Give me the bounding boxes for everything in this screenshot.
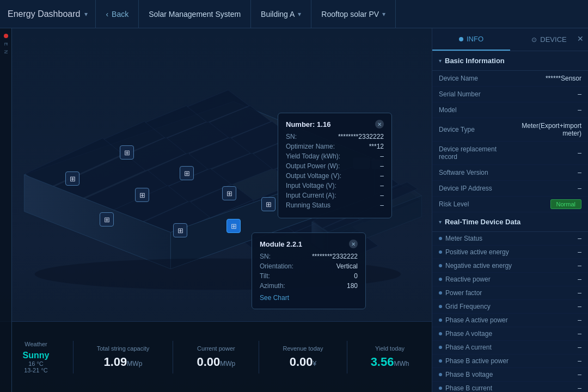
- rt-label: Phase B voltage: [439, 371, 578, 378]
- right-panel: INFO ⊙ DEVICE ✕ ▾ Basic Information Devi…: [432, 28, 588, 392]
- risk-level-badge: Normal: [550, 199, 581, 209]
- rt-dot-icon: [439, 332, 442, 335]
- string-capacity-item: Total string capacity 1.09MWp: [97, 345, 150, 369]
- device-icon-4[interactable]: ⊞: [65, 171, 79, 186]
- popup-value: Vertical: [336, 262, 358, 270]
- popup-module-header: Module 2.2.1 ✕: [260, 240, 358, 248]
- rt-val: –: [578, 344, 581, 351]
- left-sidebar: E N: [0, 28, 12, 392]
- device-icon-1[interactable]: ⊞: [120, 145, 134, 160]
- popup-value: ********2332222: [312, 253, 358, 260]
- rt-row: Grid Frequency–: [432, 300, 588, 314]
- popup-module-card: Module 2.2.1 ✕ SN:********2332222Orienta…: [252, 232, 366, 309]
- basic-info-section-header[interactable]: ▾ Basic Information: [432, 51, 588, 71]
- info-key: Device Name: [439, 75, 510, 82]
- device-icon-7[interactable]: ⊞: [173, 223, 187, 237]
- rt-dot-icon: [439, 305, 442, 308]
- rt-row: Phase A current–: [432, 341, 588, 354]
- popup-module-close-button[interactable]: ✕: [349, 240, 358, 248]
- tab-info[interactable]: INFO: [432, 28, 510, 51]
- rt-val: –: [578, 289, 581, 297]
- divider-2: [173, 341, 173, 373]
- nav-building-section[interactable]: Building A ▾: [251, 0, 311, 28]
- popup-row: Output Voltage (V):–: [286, 172, 384, 180]
- device-icon-active[interactable]: ⊞: [226, 219, 241, 233]
- yield-val: 3.56: [371, 355, 394, 369]
- power-label: Current power: [197, 345, 235, 352]
- info-val: Meter(Export+import meter): [510, 122, 581, 137]
- rt-row: Phase B current–: [432, 382, 588, 392]
- panel-close-button[interactable]: ✕: [577, 34, 584, 44]
- realtime-chevron-icon: ▾: [439, 219, 442, 225]
- popup-row: Azimuth:180: [260, 282, 358, 290]
- popup-label: Orientation:: [260, 262, 293, 270]
- popup-row: Input Voltage (V):–: [286, 182, 384, 189]
- divider-1: [73, 341, 74, 373]
- device-icon-2[interactable]: ⊞: [180, 166, 194, 180]
- info-val: Normal: [510, 200, 581, 208]
- rt-row: Phase B voltage–: [432, 368, 588, 382]
- rt-row: Negative active energy–: [432, 259, 588, 273]
- popup-number-header: Number: 1.16 ✕: [286, 120, 384, 128]
- realtime-section-header[interactable]: ▾ Real-Time Device Data: [432, 212, 588, 232]
- device-icon-3[interactable]: ⊞: [135, 188, 149, 202]
- popup-row: Running Status–: [286, 201, 384, 209]
- popup-number-card: Number: 1.16 ✕ SN:********2332222Optimiz…: [278, 113, 392, 218]
- popup-label: Azimuth:: [260, 282, 285, 290]
- nav-rooftop-section[interactable]: Rooftop solar PV ▾: [311, 0, 396, 28]
- info-row: Device replacement record–: [432, 142, 588, 165]
- popup-label: SN:: [286, 133, 297, 140]
- info-key: Software Version: [439, 169, 510, 176]
- rt-row: Phase A active power–: [432, 314, 588, 327]
- info-key: Device Type: [439, 126, 510, 133]
- popup-label: Input Current (A):: [286, 192, 336, 199]
- popup-module-rows: SN:********2332222Orientation:VerticalTi…: [260, 253, 358, 290]
- popup-value: 180: [347, 282, 358, 290]
- weather-temp-val: 16 °C: [28, 360, 44, 367]
- back-button[interactable]: ‹ Back: [96, 0, 139, 28]
- rt-val: –: [578, 303, 581, 310]
- sidebar-status-dot: [4, 34, 8, 38]
- tab-info-label: INFO: [467, 35, 483, 43]
- info-row: Device TypeMeter(Export+import meter): [432, 118, 588, 142]
- rt-dot-icon: [439, 346, 442, 349]
- rt-label: Phase A active power: [439, 316, 578, 324]
- device-icon-8[interactable]: ⊞: [261, 197, 275, 211]
- popup-number-close-button[interactable]: ✕: [375, 120, 384, 128]
- back-arrow-icon: ‹: [106, 10, 108, 19]
- device-icon-5[interactable]: ⊞: [222, 186, 236, 200]
- realtime-rows: Meter Status–Positive active energy–Nega…: [432, 232, 588, 392]
- popup-value: ********2332222: [338, 133, 384, 140]
- rt-dot-icon: [439, 237, 442, 240]
- rt-dot-icon: [439, 250, 442, 254]
- basic-info-rows: Device Name******SensorSerial Number–Mod…: [432, 71, 588, 212]
- popup-label: Output Power (W):: [286, 162, 340, 170]
- power-unit: MWp: [220, 360, 235, 367]
- rt-val: –: [578, 330, 581, 338]
- rt-val: –: [578, 316, 581, 324]
- realtime-title: Real-Time Device Data: [445, 218, 520, 226]
- bottom-status-bar: Weather Sunny 16 °C 13-21 °C Total strin…: [0, 321, 432, 392]
- popup-number-rows: SN:********2332222Optimizer Name:***12Yi…: [286, 133, 384, 209]
- popup-row: Yield Today (kWh):–: [286, 152, 384, 160]
- rt-row: Phase B active power–: [432, 354, 588, 368]
- rt-label: Power factor: [439, 289, 578, 297]
- logo-section[interactable]: Energy Dashboard ▾: [0, 0, 96, 28]
- rt-val: –: [578, 262, 581, 270]
- tab-device[interactable]: ⊙ DEVICE: [510, 28, 588, 51]
- popup-row: Tilt:0: [260, 272, 358, 280]
- rt-label: Phase A current: [439, 344, 578, 351]
- popup-value: –: [380, 201, 384, 209]
- device-icon-6[interactable]: ⊞: [100, 212, 114, 226]
- divider-4: [347, 341, 347, 373]
- popup-row: SN:********2332222: [286, 133, 384, 140]
- see-chart-link[interactable]: See Chart: [260, 294, 289, 302]
- rt-label: Positive active energy: [439, 248, 578, 256]
- string-value-group: 1.09MWp: [97, 355, 150, 369]
- info-val: –: [510, 90, 581, 98]
- popup-label: Output Voltage (V):: [286, 172, 341, 180]
- tab-device-icon: ⊙: [531, 36, 537, 44]
- rt-row: Power factor–: [432, 286, 588, 300]
- power-value-group: 0.00MWp: [197, 355, 235, 369]
- rt-label: Grid Frequency: [439, 303, 578, 310]
